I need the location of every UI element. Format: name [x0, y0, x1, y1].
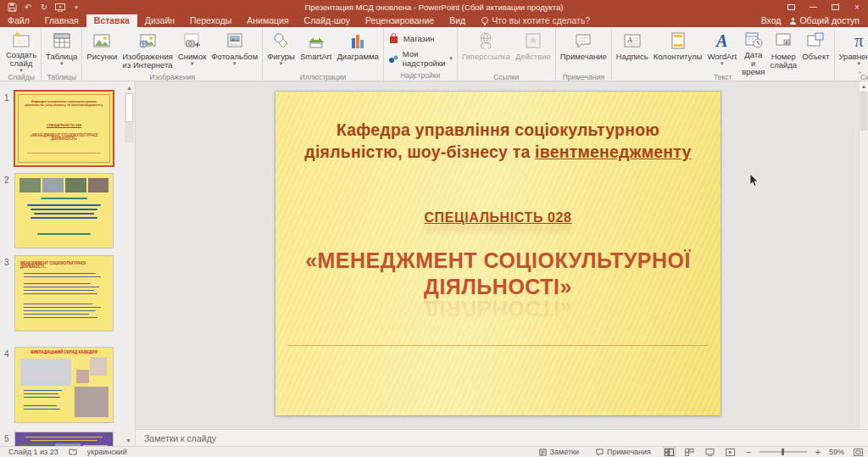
- tab-insert[interactable]: Вставка: [86, 14, 137, 27]
- thumbnail-slide-4[interactable]: ВИКЛАДАЦЬКИЙ СКЛАД КАФЕДРИ: [15, 348, 113, 422]
- smartart-icon: [305, 30, 327, 52]
- language-indicator[interactable]: украинский: [82, 448, 132, 456]
- zoom-in-icon[interactable]: +: [814, 448, 822, 456]
- zoom-level[interactable]: 59%: [829, 448, 844, 456]
- share-button[interactable]: Общий доступ: [789, 15, 860, 25]
- button-label: Объект: [802, 53, 829, 61]
- thumbnail-slide-1[interactable]: Кафедра управління соціокультурною діяль…: [15, 92, 113, 165]
- tab-design[interactable]: Дизайн: [137, 14, 182, 27]
- group-images: Рисунки Изображения из Интернета Снимок: [82, 28, 263, 81]
- button-label: Действие: [515, 53, 551, 61]
- group-tables: Таблица Таблицы: [42, 28, 82, 81]
- tab-review[interactable]: Рецензирование: [358, 14, 442, 27]
- thumbnail-slide-3[interactable]: МЕНЕДЖМЕНТ СОЦІОКУЛЬТУРНОЇ ДІЯЛЬНОСТІ...: [15, 256, 113, 331]
- view-slideshow-icon[interactable]: [724, 447, 737, 457]
- smartart-button[interactable]: SmartArt: [298, 29, 334, 73]
- slide-title[interactable]: Кафедра управління соціокультурною діяль…: [296, 119, 700, 163]
- table-button[interactable]: Таблица: [43, 29, 80, 73]
- customize-qat-icon[interactable]: ▾: [71, 3, 81, 13]
- thumbnail-slide-5[interactable]: [15, 432, 113, 446]
- view-slide-sorter-icon[interactable]: [683, 447, 697, 457]
- new-slide-button[interactable]: Создать слайд: [3, 29, 39, 73]
- mouse-cursor: [749, 173, 759, 187]
- comment-button[interactable]: Примечание: [558, 29, 609, 73]
- close-icon[interactable]: ×: [846, 0, 868, 14]
- scrollbar-thumb[interactable]: [860, 92, 867, 131]
- action-button[interactable]: Действие: [513, 29, 554, 73]
- tab-transitions[interactable]: Переходы: [182, 14, 239, 27]
- collapse-ribbon-icon[interactable]: ⌃: [856, 70, 863, 79]
- chart-button[interactable]: Диаграмма: [334, 29, 381, 73]
- view-normal-icon[interactable]: [663, 447, 676, 457]
- status-bar: Слайд 1 из 23 украинский Заметки Примеча…: [0, 446, 868, 457]
- thumb-text: «МЕНЕДЖМЕНТ СОЦІОКУЛЬТУРНОЇ ДІЯЛЬНОСТІ»: [22, 134, 106, 141]
- button-label: Фотоальбом: [211, 53, 258, 61]
- tab-animations[interactable]: Анимация: [239, 14, 296, 27]
- thumb-text: Кафедра управління соціокультурною діяль…: [22, 100, 106, 107]
- tab-view[interactable]: Вид: [442, 14, 473, 27]
- date-time-button[interactable]: Дата и время: [739, 29, 767, 73]
- restore-icon[interactable]: [824, 0, 846, 14]
- minimize-icon[interactable]: [802, 0, 824, 14]
- slide-heading: «МЕНЕДЖМЕНТ СОЦІОКУЛЬТУРНОЇ ДІЯЛЬНОСТІ»: [284, 248, 712, 300]
- notes-toggle[interactable]: Заметки: [534, 448, 584, 456]
- scrollbar-thumb[interactable]: [125, 93, 133, 122]
- object-button[interactable]: Объект: [799, 29, 832, 73]
- thumbnail-scrollbar[interactable]: ▲: [125, 83, 134, 142]
- slide-heading-block[interactable]: «МЕНЕДЖМЕНТ СОЦІОКУЛЬТУРНОЇ ДІЯЛЬНОСТІ» …: [284, 248, 712, 348]
- slide-area-scrollbar[interactable]: ▲: [859, 81, 868, 429]
- pictures-button[interactable]: Рисунки: [84, 29, 120, 73]
- quick-access-toolbar: ↶ ↻ ▾: [0, 3, 81, 13]
- screenshot-icon: [181, 30, 203, 52]
- view-reading-icon[interactable]: [704, 447, 717, 457]
- table-icon: [51, 30, 73, 52]
- thumb-text: МЕНЕДЖМЕНТ СОЦІОКУЛЬТУРНОЇ ДІЯЛЬНОСТІ...: [20, 262, 108, 269]
- slide-editor[interactable]: Кафедра управління соціокультурною діяль…: [275, 92, 721, 415]
- group-illustrations: Фигуры SmartArt Диаграмма Иллюстрации: [263, 28, 384, 81]
- zoom-slider[interactable]: [760, 451, 807, 453]
- group-symbols: π Уравнение Ω Символ Символы: [835, 28, 868, 81]
- hyperlink-button[interactable]: Гиперссылка: [459, 29, 513, 73]
- thumbnail-slide-2[interactable]: [15, 174, 113, 248]
- tell-me-box[interactable]: Что вы хотите сделать?: [473, 15, 598, 27]
- scroll-up-icon[interactable]: ▲: [125, 83, 134, 92]
- undo-icon[interactable]: ↶: [23, 3, 33, 13]
- share-label: Общий доступ: [799, 15, 860, 25]
- photo-album-button[interactable]: Фотоальбом: [209, 29, 260, 73]
- button-label: WordArt: [707, 53, 737, 61]
- scroll-up-icon[interactable]: ▲: [860, 81, 868, 91]
- zoom-out-icon[interactable]: −: [744, 448, 753, 456]
- store-button[interactable]: Магазин: [386, 31, 437, 45]
- sign-in-button[interactable]: Вход: [761, 15, 782, 25]
- slide-number-button[interactable]: # Номер слайда: [767, 29, 799, 73]
- slide-subtitle[interactable]: СПЕЦІАЛЬНІСТЬ 028: [275, 210, 721, 226]
- ribbon-display-options-icon[interactable]: [780, 0, 802, 14]
- start-slideshow-icon[interactable]: [55, 3, 65, 13]
- tab-file[interactable]: Файл: [0, 14, 37, 27]
- online-pictures-button[interactable]: Изображения из Интернета: [120, 29, 175, 73]
- tab-slideshow[interactable]: Слайд-шоу: [297, 14, 358, 27]
- proofing-icon[interactable]: [64, 449, 82, 456]
- tell-me-label: Что вы хотите сделать?: [492, 15, 590, 25]
- zoom-slider-handle[interactable]: [782, 449, 784, 455]
- slide-canvas-area[interactable]: Кафедра управління соціокультурною діяль…: [136, 81, 868, 429]
- slide-number: 2: [4, 176, 9, 185]
- slide-counter[interactable]: Слайд 1 из 23: [3, 448, 64, 456]
- notes-pane[interactable]: Заметки к слайду: [136, 429, 868, 446]
- chart-icon: [347, 30, 369, 52]
- shapes-button[interactable]: Фигуры: [264, 29, 298, 73]
- tab-home[interactable]: Главная: [37, 14, 86, 27]
- screenshot-button[interactable]: Снимок: [175, 29, 209, 73]
- scroll-down-icon[interactable]: ▼: [125, 437, 131, 443]
- equation-button[interactable]: π Уравнение: [837, 29, 868, 73]
- redo-icon[interactable]: ↻: [39, 3, 49, 13]
- my-addins-button[interactable]: Мои надстройки ▾: [386, 48, 455, 69]
- header-footer-button[interactable]: Колонтитулы: [651, 29, 705, 73]
- textbox-button[interactable]: A Надпись: [614, 29, 651, 73]
- button-label: Таблица: [46, 53, 77, 61]
- wordart-button[interactable]: A WordArt: [704, 29, 739, 73]
- comments-toggle[interactable]: Примечания: [591, 448, 656, 456]
- fit-to-window-icon[interactable]: [851, 447, 865, 457]
- account-area: Вход Общий доступ: [753, 15, 868, 27]
- save-icon[interactable]: [7, 3, 17, 13]
